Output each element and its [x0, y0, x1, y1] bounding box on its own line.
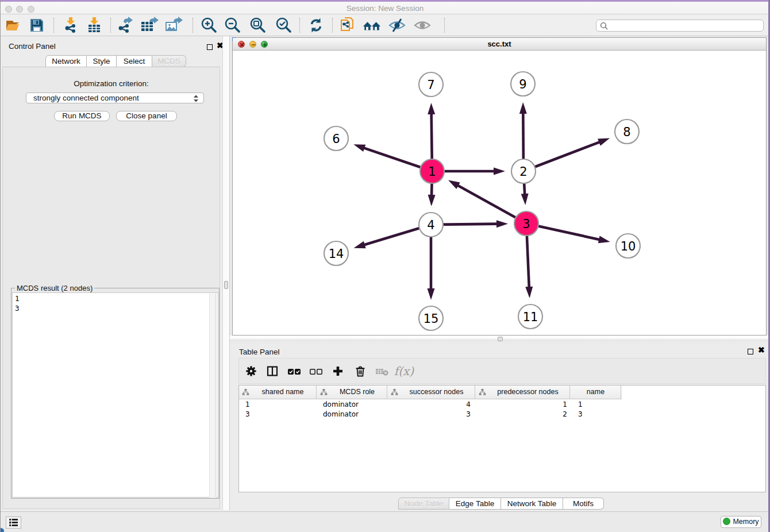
- import-table-icon[interactable]: [84, 16, 104, 34]
- cell-name[interactable]: 3: [571, 410, 621, 419]
- cell-successor-nodes[interactable]: 4: [388, 400, 475, 409]
- tab-select[interactable]: Select: [117, 55, 152, 67]
- node-2[interactable]: 2: [511, 159, 536, 183]
- table-tabs: Node TableEdge TableNetwork TableMotifs: [398, 498, 604, 510]
- column-settings-icon[interactable]: [244, 364, 258, 378]
- table-row-3[interactable]: 3dominator323: [239, 410, 622, 419]
- select-all-icon[interactable]: [287, 364, 302, 378]
- node-7[interactable]: 7: [419, 72, 443, 97]
- column-header-MCDS-role[interactable]: MCDS role: [317, 385, 387, 399]
- vertical-splitter[interactable]: [222, 36, 230, 510]
- edge-3-1[interactable]: [448, 180, 526, 223]
- column-header-shared-name[interactable]: shared name: [239, 385, 317, 399]
- split-table-icon[interactable]: [265, 364, 279, 378]
- zoom-fit-icon[interactable]: [248, 16, 268, 34]
- edge-3-10[interactable]: [526, 223, 610, 243]
- zoom-in-icon[interactable]: [199, 16, 219, 34]
- shared-column-icon: [320, 388, 328, 396]
- search-input[interactable]: [596, 20, 764, 32]
- node-6[interactable]: 6: [324, 126, 348, 151]
- svg-text:2: 2: [519, 165, 527, 179]
- table-tab-edge-table[interactable]: Edge Table: [449, 498, 501, 510]
- deselect-all-icon[interactable]: [309, 364, 324, 378]
- toolbar-separator: [53, 18, 54, 33]
- node-9[interactable]: 9: [511, 72, 535, 96]
- show-eye-icon[interactable]: [413, 16, 432, 34]
- window-left-edge: [0, 0, 1, 532]
- control-panel: Control Panel ✖ NetworkStyleSelectMCDS O…: [0, 36, 222, 510]
- node-10[interactable]: 10: [616, 234, 640, 258]
- refresh-icon[interactable]: [306, 16, 326, 34]
- network-canvas[interactable]: 1234678910111415: [233, 51, 766, 335]
- table-panel-title: Table Panel: [239, 348, 280, 356]
- vertical-splitter-handle[interactable]: [224, 281, 228, 289]
- toolbar-separator: [444, 18, 445, 33]
- cell-MCDS-role[interactable]: dominator: [317, 400, 387, 409]
- export-table-icon[interactable]: [139, 16, 159, 34]
- zoom-out-icon[interactable]: [223, 16, 242, 34]
- node-4[interactable]: 4: [419, 213, 443, 237]
- network-from-file-icon[interactable]: [338, 16, 357, 34]
- function-builder-icon[interactable]: f(x): [394, 364, 414, 378]
- mcds-panel: Optimization criterion: strongly connect…: [2, 67, 220, 509]
- column-header-name[interactable]: name: [571, 385, 621, 399]
- task-history-button[interactable]: [6, 516, 21, 529]
- result-scrollbar[interactable]: [209, 294, 217, 498]
- cell-MCDS-role[interactable]: dominator: [317, 410, 387, 419]
- toolbar-separator: [299, 18, 300, 33]
- hide-eye-icon[interactable]: [387, 16, 407, 34]
- close-table-panel-icon[interactable]: ✖: [758, 345, 765, 354]
- cell-successor-nodes[interactable]: 3: [388, 410, 475, 419]
- save-session-icon[interactable]: [27, 16, 47, 34]
- svg-text:1: 1: [428, 165, 436, 179]
- export-image-icon[interactable]: [163, 16, 183, 34]
- cell-predecessor-nodes[interactable]: 2: [476, 410, 570, 419]
- tab-mcds[interactable]: MCDS: [152, 55, 186, 67]
- node-8[interactable]: 8: [615, 119, 639, 144]
- table-tab-network-table[interactable]: Network Table: [501, 498, 563, 510]
- table-tab-node-table[interactable]: Node Table: [398, 498, 449, 510]
- cell-predecessor-nodes[interactable]: 1: [476, 400, 570, 409]
- tab-network[interactable]: Network: [45, 55, 87, 67]
- node-11[interactable]: 11: [518, 304, 542, 329]
- criterion-select[interactable]: strongly connected component: [26, 92, 204, 103]
- import-network-icon[interactable]: [61, 16, 80, 34]
- float-panel-icon[interactable]: [207, 42, 213, 52]
- table-tab-motifs[interactable]: Motifs: [563, 498, 604, 510]
- delete-table-icon[interactable]: [375, 364, 390, 378]
- horizontal-splitter-handle[interactable]: [498, 337, 503, 341]
- network-graph[interactable]: 1234678910111415: [233, 51, 766, 335]
- table-row-1[interactable]: 1dominator411: [239, 400, 622, 409]
- run-mcds-button[interactable]: Run MCDS: [54, 111, 110, 121]
- add-column-icon[interactable]: [331, 364, 345, 378]
- mcds-result-textarea[interactable]: 1 3: [12, 292, 218, 498]
- column-header-successor-nodes[interactable]: successor nodes: [388, 385, 475, 399]
- svg-text:8: 8: [623, 125, 630, 139]
- svg-text:9: 9: [519, 78, 526, 91]
- mcds-result-title: MCDS result (2 nodes): [15, 284, 94, 292]
- cell-shared-name[interactable]: 1: [239, 400, 317, 409]
- close-panel-button[interactable]: Close panel: [116, 111, 177, 121]
- application-window: Session: New Session: [0, 0, 770, 532]
- home-icon[interactable]: [362, 16, 382, 34]
- cell-shared-name[interactable]: 3: [239, 410, 317, 419]
- node-14[interactable]: 14: [324, 241, 348, 265]
- node-15[interactable]: 15: [419, 306, 443, 330]
- edge-2-8[interactable]: [523, 138, 610, 171]
- delete-column-icon[interactable]: [353, 364, 367, 378]
- tab-style[interactable]: Style: [87, 55, 117, 67]
- memory-button[interactable]: Memory: [721, 516, 761, 528]
- column-header-predecessor-nodes[interactable]: predecessor nodes: [476, 385, 570, 399]
- float-table-panel-icon[interactable]: [748, 346, 753, 357]
- node-1[interactable]: 1: [420, 159, 444, 183]
- network-window-titlebar[interactable]: scc.txt: [233, 38, 766, 51]
- column-header-label: name: [571, 388, 621, 396]
- open-session-icon[interactable]: [3, 16, 22, 34]
- export-network-icon[interactable]: [115, 16, 134, 34]
- cell-name[interactable]: 1: [571, 400, 621, 409]
- table-header-row: shared nameMCDS rolesuccessor nodesprede…: [239, 385, 622, 399]
- horizontal-splitter[interactable]: [230, 336, 770, 342]
- network-window: scc.txt 1234678910111415: [232, 37, 767, 336]
- node-3[interactable]: 3: [514, 211, 538, 236]
- zoom-selected-icon[interactable]: [274, 16, 294, 34]
